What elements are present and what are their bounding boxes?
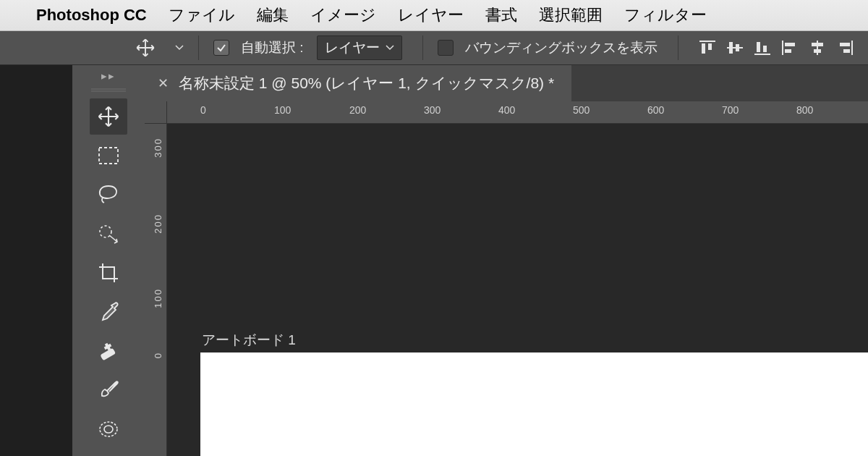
- quick-select-tool[interactable]: [90, 216, 127, 252]
- artboard-label[interactable]: アートボード 1: [202, 331, 296, 350]
- align-hcenter-icon[interactable]: [809, 40, 826, 56]
- healing-brush-tool[interactable]: [90, 333, 127, 369]
- canvas-wrap: 300 200 100 0 0 100 200 300 400 500 600 …: [145, 101, 868, 456]
- toolbox-grip[interactable]: [88, 84, 129, 91]
- show-bbox-label: バウンディングボックスを表示: [465, 38, 658, 57]
- show-bbox-checkbox[interactable]: [438, 40, 454, 56]
- options-bar: 自動選択 : レイヤー バウンディングボックスを表示: [0, 31, 868, 65]
- active-tool-icon[interactable]: [130, 36, 161, 59]
- separator: [678, 35, 678, 60]
- svg-rect-1: [702, 43, 705, 54]
- auto-select-label: 自動選択 :: [241, 38, 304, 57]
- svg-rect-20: [99, 148, 118, 164]
- brush-tool[interactable]: [90, 372, 127, 408]
- rect-marquee-tool[interactable]: [90, 138, 127, 174]
- horizontal-ruler[interactable]: 0 100 200 300 400 500 600 700 800: [167, 101, 868, 124]
- hruler-tick: 500: [573, 104, 590, 116]
- svg-rect-10: [785, 43, 795, 46]
- menu-image[interactable]: イメージ: [310, 4, 376, 26]
- svg-rect-4: [729, 42, 733, 54]
- svg-rect-2: [708, 43, 712, 50]
- separator: [422, 35, 423, 60]
- canvas[interactable]: アートボード 1: [167, 124, 868, 456]
- svg-rect-9: [782, 41, 783, 55]
- svg-rect-0: [699, 41, 715, 42]
- vruler-tick: 0: [153, 352, 163, 358]
- toolbox: ▸▸: [72, 65, 145, 456]
- hruler-tick: 300: [424, 104, 441, 116]
- svg-rect-8: [763, 46, 767, 52]
- menu-select[interactable]: 選択範囲: [539, 4, 603, 26]
- vruler-tick: 200: [153, 214, 163, 234]
- document-tab[interactable]: ✕ 名称未設定 1 @ 50% (レイヤー 1, クイックマスク/8) *: [145, 65, 571, 101]
- ruler-corner: [145, 101, 167, 124]
- auto-select-checkbox[interactable]: [213, 40, 229, 56]
- auto-select-target-dropdown[interactable]: レイヤー: [317, 35, 402, 60]
- hruler-tick: 100: [274, 104, 291, 116]
- menu-layer[interactable]: レイヤー: [398, 4, 464, 26]
- auto-select-target-value: レイヤー: [325, 38, 380, 57]
- close-tab-icon[interactable]: ✕: [158, 75, 169, 91]
- tool-preset-dropdown-icon[interactable]: [175, 45, 184, 51]
- panel-area: ▸▸: [72, 65, 868, 456]
- hruler-tick: 200: [349, 104, 366, 116]
- svg-rect-15: [851, 41, 853, 55]
- vruler-tick: 300: [153, 138, 163, 158]
- crop-tool[interactable]: [90, 255, 127, 291]
- lasso-tool[interactable]: [90, 177, 127, 213]
- document-tab-title: 名称未設定 1 @ 50% (レイヤー 1, クイックマスク/8) *: [179, 73, 554, 93]
- vruler-tick: 100: [153, 288, 163, 308]
- document-tab-row: ✕ 名称未設定 1 @ 50% (レイヤー 1, クイックマスク/8) *: [145, 65, 868, 101]
- align-buttons-group: [699, 40, 854, 56]
- svg-rect-16: [840, 43, 850, 46]
- svg-rect-5: [736, 44, 739, 51]
- svg-rect-14: [814, 49, 821, 53]
- menu-filter[interactable]: フィルター: [624, 4, 707, 26]
- svg-rect-13: [812, 43, 823, 46]
- artboard[interactable]: [200, 352, 868, 456]
- workspace: ▸▸: [0, 65, 868, 456]
- align-left-icon[interactable]: [781, 40, 799, 56]
- svg-rect-7: [757, 42, 760, 52]
- hruler-tick: 700: [722, 104, 739, 116]
- svg-point-25: [100, 422, 117, 436]
- align-top-icon[interactable]: [699, 40, 716, 56]
- menu-type[interactable]: 書式: [485, 4, 517, 26]
- separator: [198, 35, 199, 60]
- menu-edit[interactable]: 編集: [257, 4, 289, 26]
- toolbox-collapse-icon[interactable]: ▸▸: [101, 69, 116, 83]
- align-bottom-icon[interactable]: [754, 40, 771, 56]
- align-vcenter-icon[interactable]: [726, 40, 744, 56]
- svg-rect-6: [754, 54, 770, 55]
- chevron-down-icon: [386, 45, 394, 51]
- app-name[interactable]: Photoshop CC: [36, 6, 147, 25]
- clone-stamp-tool[interactable]: [90, 411, 127, 447]
- vertical-ruler[interactable]: 300 200 100 0: [145, 101, 167, 456]
- svg-rect-17: [843, 49, 850, 53]
- svg-point-26: [104, 426, 113, 433]
- hruler-tick: 0: [200, 104, 206, 116]
- document-area: ✕ 名称未設定 1 @ 50% (レイヤー 1, クイックマスク/8) * 30…: [145, 65, 868, 456]
- svg-rect-11: [785, 49, 791, 53]
- hruler-tick: 400: [498, 104, 515, 116]
- eyedropper-tool[interactable]: [90, 294, 127, 330]
- move-tool[interactable]: [90, 98, 127, 135]
- hruler-tick: 800: [796, 104, 813, 116]
- mac-menubar: Photoshop CC ファイル 編集 イメージ レイヤー 書式 選択範囲 フ…: [0, 0, 868, 31]
- menu-file[interactable]: ファイル: [169, 4, 235, 26]
- hruler-tick: 600: [647, 104, 664, 116]
- align-right-icon[interactable]: [836, 40, 854, 56]
- left-gutter: [0, 65, 72, 456]
